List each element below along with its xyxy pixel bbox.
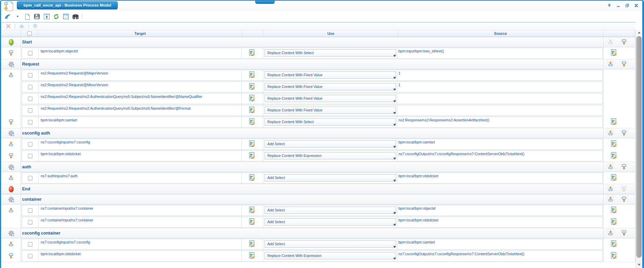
edit-mapping-button[interactable] [249, 118, 256, 126]
edit-source-button[interactable] [611, 218, 617, 226]
target-path-cell[interactable]: ns7:csconfigInput/ns7:csconfig [39, 139, 242, 149]
edit-mapping-button[interactable] [249, 240, 256, 248]
source-path-cell[interactable] [397, 93, 602, 104]
row-checkbox[interactable] [28, 73, 32, 78]
use-method-dropdown[interactable]: Replace Content With Expression [265, 152, 396, 159]
row-checkbox[interactable] [28, 142, 32, 147]
edit-mapping-button[interactable] [249, 252, 256, 260]
source-path-cell[interactable]: 1 [397, 82, 602, 92]
output-map-button[interactable] [620, 163, 628, 171]
use-method-dropdown[interactable]: Add Select [265, 174, 396, 181]
use-method-dropdown[interactable]: Add Select [265, 140, 396, 148]
edit-source-button[interactable] [611, 140, 617, 148]
edit-mapping-button[interactable] [249, 49, 256, 57]
row-checkbox[interactable] [28, 108, 32, 113]
edit-source-button[interactable] [611, 174, 617, 182]
edit-source-button[interactable] [611, 118, 617, 126]
row-checkbox[interactable] [28, 97, 32, 101]
edit-source-button[interactable] [611, 49, 617, 57]
source-path-cell[interactable]: ns7:csconfigOutput/ns7:csconfigResponse/… [397, 251, 602, 261]
edit-source-button[interactable] [611, 207, 617, 215]
target-path-cell[interactable]: ns7:containerInput/ns7:container [39, 217, 242, 227]
refresh-button[interactable] [53, 12, 60, 21]
target-path-cell[interactable]: ns7:containerInput/ns7:container [39, 205, 242, 216]
row-checkbox[interactable] [28, 208, 32, 213]
select-all-checkbox[interactable] [27, 31, 32, 36]
source-path-cell[interactable]: bpm:local/bpm:otdsticket [397, 217, 602, 227]
target-path-cell[interactable]: ns7:csconfigInput/ns7:csconfig [39, 239, 242, 249]
output-map-button[interactable] [620, 38, 628, 46]
source-path-cell[interactable]: bpm:local/bpm:otdsticket [397, 173, 602, 183]
row-checkbox[interactable] [28, 51, 32, 56]
source-path-cell[interactable]: bpm:input/bpm:bws_id/text() [397, 48, 602, 58]
app-logo-button[interactable] [4, 12, 11, 21]
window-title-tab[interactable]: bpm_call_xecm_api - Business Process Mod… [17, 1, 118, 9]
row-checkbox[interactable] [28, 85, 32, 89]
close-button[interactable] [634, 3, 639, 8]
edit-mapping-button[interactable] [249, 95, 256, 103]
restore-button[interactable] [625, 3, 630, 8]
use-method-dropdown[interactable]: Replace Content With Expression [265, 252, 396, 259]
input-map-button[interactable] [606, 195, 615, 204]
target-path-cell[interactable]: bpm:local/bpm:otdsticket [39, 151, 242, 161]
target-path-cell[interactable]: ns2:Request/ns2:Request/ns2:Authenticati… [39, 105, 242, 116]
use-method-dropdown[interactable]: Replace Content With Select [265, 118, 396, 126]
use-method-dropdown[interactable]: Replace Content With Fixed Value [265, 95, 396, 102]
input-map-button[interactable] [606, 60, 615, 68]
input-map-button[interactable] [606, 163, 615, 171]
target-path-cell[interactable]: ns7:authInput/ns7:auth [39, 173, 242, 183]
source-path-cell[interactable]: 1 [397, 70, 602, 80]
source-path-cell[interactable] [397, 105, 602, 116]
output-map-button[interactable] [620, 129, 628, 137]
vertical-scrollbar[interactable] [635, 30, 642, 268]
input-map-button[interactable] [606, 185, 615, 193]
use-method-dropdown[interactable]: Add Select [265, 218, 396, 226]
edit-mapping-button[interactable] [249, 218, 256, 226]
dock-handle[interactable] [255, 1, 275, 4]
target-path-cell[interactable]: bpm:local/bpm:otdsticket [39, 251, 242, 261]
find-button[interactable] [72, 12, 79, 21]
scroll-down-button[interactable] [636, 264, 642, 266]
row-checkbox[interactable] [28, 154, 32, 158]
target-path-cell[interactable]: bpm:local/bpm:samlart [39, 117, 242, 127]
title-bar[interactable]: bpm_call_xecm_api - Business Process Mod… [1, 1, 642, 11]
caret-down-button[interactable] [14, 12, 21, 21]
row-checkbox[interactable] [28, 254, 32, 258]
row-checkbox[interactable] [28, 220, 32, 225]
edit-mapping-button[interactable] [249, 107, 256, 115]
row-checkbox[interactable] [28, 176, 32, 180]
header-source[interactable]: Source [398, 30, 603, 37]
source-path-cell[interactable]: ns7:csconfigOutput/ns7:csconfigResponse/… [397, 151, 602, 161]
edit-source-button[interactable] [611, 152, 617, 160]
row-checkbox[interactable] [28, 242, 32, 247]
target-path-cell[interactable]: ns2:Request/ns2:Request/@MajorVersion [39, 70, 242, 80]
source-path-cell[interactable]: bpm:local/bpm:objectid [397, 205, 602, 216]
input-map-button[interactable] [606, 129, 615, 137]
use-method-dropdown[interactable]: Add Select [265, 240, 396, 248]
output-map-button[interactable] [620, 60, 628, 68]
target-path-cell[interactable]: bpm:local/bpm:objectid [39, 48, 242, 58]
use-method-dropdown[interactable]: Replace Content With Select [265, 49, 396, 57]
source-path-cell[interactable]: bpm:local/bpm:samlart [397, 239, 602, 249]
row-checkbox[interactable] [28, 120, 32, 125]
collapse-button[interactable] [607, 3, 612, 8]
output-map-button[interactable] [620, 229, 628, 237]
target-path-cell[interactable]: ns2:Request/ns2:Request/@MinorVersion [39, 82, 242, 92]
input-map-button[interactable] [606, 229, 615, 237]
source-path-cell[interactable]: ns2:Response/ns2:Response/ns2:AssertionA… [397, 117, 602, 127]
edit-source-button[interactable] [611, 240, 617, 248]
use-method-dropdown[interactable]: Add Select [265, 207, 396, 214]
edit-mapping-button[interactable] [249, 83, 256, 91]
edit-source-button[interactable] [611, 252, 617, 260]
check-in-button[interactable] [43, 12, 50, 21]
header-target[interactable]: Target [38, 30, 242, 37]
use-method-dropdown[interactable]: Replace Content With Fixed Value [265, 107, 396, 114]
target-path-cell[interactable]: ns2:Request/ns2:Request/ns2:Authenticati… [39, 93, 242, 104]
scrollbar-thumb[interactable] [636, 36, 642, 258]
minimize-button[interactable] [616, 3, 621, 8]
form-view-button[interactable] [62, 12, 69, 21]
use-method-dropdown[interactable]: Replace Content With Fixed Value [265, 71, 396, 79]
edit-mapping-button[interactable] [249, 152, 256, 160]
edit-mapping-button[interactable] [249, 140, 256, 148]
edit-mapping-button[interactable] [249, 207, 256, 215]
